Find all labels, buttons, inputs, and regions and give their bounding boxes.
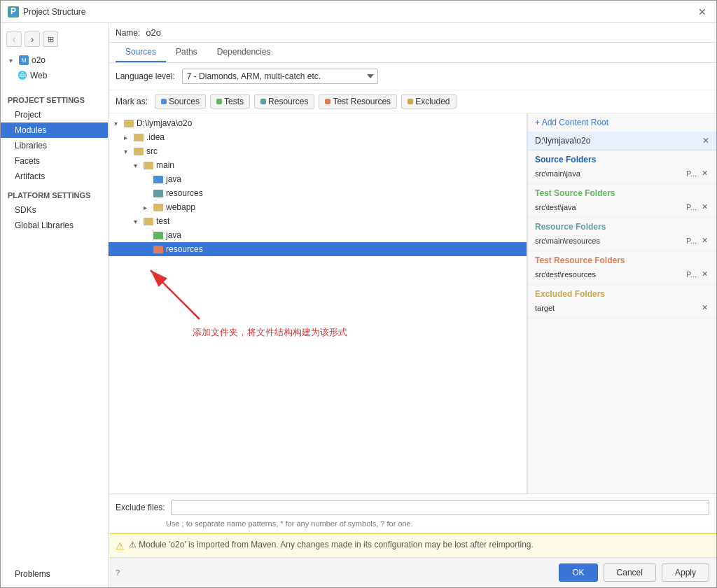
idea-folder-icon <box>134 134 144 141</box>
test-resource-path-remove-btn[interactable]: ✕ <box>700 270 709 279</box>
test-java-folder-icon <box>153 232 163 239</box>
tab-paths[interactable]: Paths <box>166 43 207 62</box>
sidebar-item-modules[interactable]: Modules <box>1 122 108 138</box>
tree-item-test-java[interactable]: java <box>109 228 527 242</box>
info-root-close-button[interactable]: ✕ <box>702 136 709 146</box>
apply-button[interactable]: Apply <box>662 564 709 582</box>
split-pane: ▾ D:\lymjava\o2o ▸ .idea ▾ src <box>109 113 716 493</box>
tabs-bar: Sources Paths Dependencies <box>109 43 716 63</box>
main-folder-icon <box>144 162 153 169</box>
file-tree-pane: ▾ D:\lymjava\o2o ▸ .idea ▾ src <box>109 113 527 493</box>
info-pane-header: + Add Content Root <box>528 113 716 132</box>
exclude-files-label: Exclude files: <box>116 503 165 512</box>
close-button[interactable]: ✕ <box>695 5 709 19</box>
window-title: Project Structure <box>23 7 85 17</box>
cancel-button[interactable]: Cancel <box>604 564 656 582</box>
svg-rect-10 <box>153 232 163 239</box>
sidebar-item-global-libraries[interactable]: Global Libraries <box>1 218 108 233</box>
tree-item-test[interactable]: ▾ test <box>109 214 527 228</box>
excluded-path-remove-btn[interactable]: ✕ <box>700 303 709 312</box>
svg-rect-9 <box>144 218 153 225</box>
sidebar-item-project[interactable]: Project <box>1 107 108 122</box>
resource-path-remove-btn[interactable]: ✕ <box>700 236 709 245</box>
add-content-root-button[interactable]: + Add Content Root <box>535 118 608 127</box>
resource-path: src\main\resources <box>535 237 685 245</box>
content-area: Name: o2o Sources Paths Dependencies Lan… <box>109 23 716 587</box>
tree-item-java[interactable]: java <box>109 172 527 186</box>
svg-rect-6 <box>153 176 163 183</box>
tree-item-webapp[interactable]: ▸ webapp <box>109 200 527 214</box>
tree-main-label: main <box>156 160 174 170</box>
sidebar: ‹ › ⊞ ▾ M o2o 🌐 Web Project Settings Pro… <box>1 23 109 587</box>
folder-icon <box>124 120 134 127</box>
nav-back-button[interactable]: ‹ <box>6 31 22 47</box>
tree-item-root[interactable]: ▾ D:\lymjava\o2o <box>109 116 527 130</box>
source-folders-section: Source Folders src\main\java P... ✕ <box>528 150 716 184</box>
sidebar-nav-buttons: ‹ › ⊞ <box>1 29 108 52</box>
tree-item-main[interactable]: ▾ main <box>109 158 527 172</box>
nav-forward-button[interactable]: › <box>25 31 40 47</box>
source-folders-title: Source Folders <box>535 155 709 164</box>
warning-text: ⚠ Module 'o2o' is imported from Maven. A… <box>129 540 534 550</box>
sidebar-item-libraries[interactable]: Libraries <box>1 138 108 153</box>
tree-idea-label: .idea <box>146 132 165 142</box>
exclude-files-input[interactable] <box>171 500 709 515</box>
sidebar-sub-web[interactable]: 🌐 Web <box>1 68 108 83</box>
svg-rect-5 <box>144 162 153 169</box>
chevron-main-icon: ▾ <box>134 162 141 169</box>
language-level-select[interactable]: 7 - Diamonds, ARM, multi-catch etc. <box>182 69 378 84</box>
mark-excluded-label: Excluded <box>415 97 450 106</box>
mark-test-resources-button[interactable]: Test Resources <box>319 94 397 108</box>
chevron-down-icon: ▾ <box>9 57 16 64</box>
tree-test-label: test <box>156 216 169 226</box>
info-root-path: D:\lymjava\o2o <box>535 136 590 146</box>
excluded-path: target <box>535 304 700 312</box>
source-path-edit-btn[interactable]: P... <box>685 169 698 178</box>
tab-dependencies[interactable]: Dependencies <box>207 43 281 62</box>
tree-item-src[interactable]: ▾ src <box>109 144 527 158</box>
mark-resources-button[interactable]: Resources <box>254 94 314 108</box>
exclude-hint: Use ; to separate name patterns, * for a… <box>116 518 709 528</box>
language-level-row: Language level: 7 - Diamonds, ARM, multi… <box>109 63 716 90</box>
name-label: Name: <box>116 28 140 38</box>
mark-excluded-button[interactable]: Excluded <box>401 94 456 108</box>
bottom-area: Exclude files: Use ; to separate name pa… <box>109 493 716 533</box>
tab-sources[interactable]: Sources <box>116 43 166 62</box>
sidebar-item-facets[interactable]: Facets <box>1 153 108 169</box>
mark-tests-label: Tests <box>224 97 244 106</box>
annotation-area: 添加文件夹，将文件结构构建为该形式 <box>109 256 527 396</box>
excluded-path-actions: ✕ <box>700 303 709 312</box>
nav-copy-button[interactable]: ⊞ <box>43 31 58 47</box>
tree-item-resources[interactable]: resources <box>109 186 527 200</box>
webapp-folder-icon <box>153 204 163 211</box>
sidebar-item-artifacts[interactable]: Artifacts <box>1 169 108 184</box>
sidebar-module-o2o[interactable]: ▾ M o2o <box>1 52 108 68</box>
excluded-folders-title: Excluded Folders <box>535 289 709 299</box>
test-resource-path-row: src\test\resources P... ✕ <box>535 268 709 280</box>
sidebar-item-sdks[interactable]: SDKs <box>1 202 108 218</box>
sidebar-item-problems[interactable]: Problems <box>1 566 108 582</box>
help-icon[interactable]: ? <box>116 568 120 577</box>
language-level-label: Language level: <box>116 71 175 81</box>
test-source-path-remove-btn[interactable]: ✕ <box>700 202 709 211</box>
mark-sources-label: Sources <box>169 97 200 106</box>
sub-module-name: Web <box>30 71 47 80</box>
resource-path-edit-btn[interactable]: P... <box>685 237 698 245</box>
src-folder-icon <box>134 148 144 155</box>
test-source-path-row: src\test\java P... ✕ <box>535 201 709 213</box>
source-path-remove-btn[interactable]: ✕ <box>700 169 709 178</box>
ok-button[interactable]: OK <box>559 564 597 582</box>
chevron-src-icon: ▾ <box>124 148 131 155</box>
mark-sources-button[interactable]: Sources <box>155 94 206 108</box>
test-resource-path-actions: P... ✕ <box>685 270 709 279</box>
mark-tests-button[interactable]: Tests <box>210 94 250 108</box>
test-resources-dot <box>325 99 330 104</box>
test-resource-path-edit-btn[interactable]: P... <box>685 270 698 279</box>
tree-src-label: src <box>146 146 158 156</box>
test-source-path-edit-btn[interactable]: P... <box>685 203 698 211</box>
tree-item-test-resources[interactable]: resources <box>109 242 527 256</box>
tree-item-idea[interactable]: ▸ .idea <box>109 130 527 144</box>
chevron-right-icon: ▸ <box>124 134 131 141</box>
test-source-path-actions: P... ✕ <box>685 202 709 211</box>
module-icon: M <box>19 55 29 65</box>
